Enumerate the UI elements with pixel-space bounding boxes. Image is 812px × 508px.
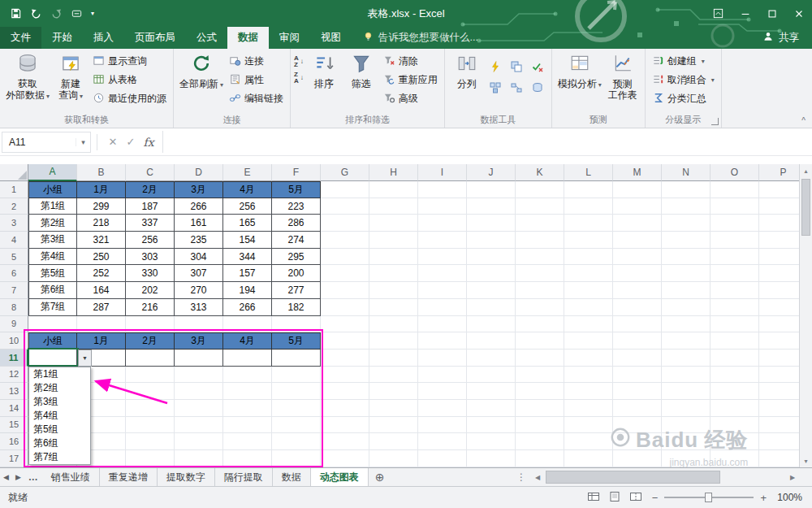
grid-cell[interactable] [759,400,799,417]
ribbon-tab[interactable]: 公式 [186,27,227,49]
grid-cell[interactable] [613,350,662,367]
grid-cell[interactable] [467,332,516,350]
grid-cell[interactable]: 第2组 [28,215,77,232]
grid-cell[interactable] [564,215,613,232]
grid-cell[interactable] [662,367,710,384]
grid-cell[interactable] [759,198,799,215]
grid-cell[interactable] [369,332,418,350]
row-header[interactable]: 7 [0,282,28,299]
grid-cell[interactable] [759,367,799,384]
grid-cell[interactable] [710,316,759,333]
grid-cell[interactable] [759,316,799,333]
grid-cell[interactable] [613,265,662,282]
grid-cell[interactable]: 256 [126,232,175,249]
ribbon-tab[interactable]: 插入 [83,27,124,49]
collapse-ribbon-button[interactable]: ^ [801,116,806,125]
grid-cell[interactable] [710,181,759,198]
row-header[interactable]: 17 [0,450,28,467]
grid-cell[interactable] [126,316,175,333]
grid-cell[interactable] [369,383,418,400]
grid-cell[interactable]: 344 [223,249,272,266]
grid-cell[interactable]: 277 [272,282,321,299]
grid-cell[interactable]: 3月 [175,181,223,198]
grid-cell[interactable] [759,181,799,198]
grid-cell[interactable]: 252 [77,265,126,282]
horizontal-scroll-thumb[interactable] [546,471,720,484]
grid-cell[interactable] [710,215,759,232]
grid-cell[interactable] [516,316,564,333]
grid-cell[interactable]: 200 [272,265,321,282]
grid-cell[interactable] [272,433,321,450]
grid-cell[interactable]: 165 [223,215,272,232]
subtotal-button[interactable]: 分类汇总 [649,90,718,107]
grid-cell[interactable]: 164 [77,282,126,299]
grid-cell[interactable] [223,417,272,434]
column-header[interactable]: P [759,164,799,181]
close-button[interactable] [785,0,812,27]
column-header[interactable]: J [467,164,516,181]
grid-cell[interactable] [418,332,467,350]
zoom-in-button[interactable]: + [760,492,767,504]
grid-cell[interactable] [759,450,799,467]
grid-cell[interactable] [759,350,799,367]
grid-cell[interactable] [710,383,759,400]
scroll-right-icon[interactable]: ▶ [786,474,799,481]
grid-cell[interactable] [369,232,418,249]
grid-cell[interactable] [467,299,516,316]
dropdown-item[interactable]: 第4组 [29,409,90,423]
flash-fill-icon[interactable] [486,56,506,76]
ungroup-button[interactable]: 取消组合▾ [649,72,718,89]
vertical-scrollbar[interactable]: ▴ ▾ [799,164,812,467]
column-header[interactable]: B [77,164,126,181]
grid-cell[interactable] [613,367,662,384]
connections-button[interactable]: 连接 [226,53,287,70]
grid-cell[interactable] [516,433,564,450]
grid-cell[interactable]: 202 [126,282,175,299]
grid-cell[interactable] [418,232,467,249]
grid-cell[interactable] [662,316,710,333]
grid-cell[interactable] [516,181,564,198]
save-icon[interactable] [10,7,22,20]
sheet-tab[interactable]: 重复递增 [100,468,158,486]
consolidate-icon[interactable] [486,77,506,98]
dialog-launcher-icon[interactable] [711,118,719,125]
grid-cell[interactable] [759,383,799,400]
forecast-sheet-button[interactable]: 预测 工作表 [604,50,641,111]
row-header[interactable]: 14 [0,400,28,417]
grid-cell[interactable] [516,332,564,350]
grid-cell[interactable] [467,400,516,417]
row-header[interactable]: 9 [0,316,28,333]
grid-cell[interactable] [613,181,662,198]
dropdown-item[interactable]: 第7组 [29,450,90,464]
row-header[interactable]: 10 [0,332,28,350]
grid-cell[interactable] [759,215,799,232]
row-header[interactable]: 2 [0,198,28,215]
grid-cell[interactable] [28,316,77,333]
dropdown-item[interactable]: 第3组 [29,395,90,409]
grid-cell[interactable]: 154 [223,232,272,249]
grid-cell[interactable] [759,232,799,249]
grid-cell[interactable] [516,450,564,467]
grid-cell[interactable] [516,299,564,316]
grid-cell[interactable] [369,198,418,215]
grid-cell[interactable] [467,350,516,367]
grid-cell[interactable] [710,249,759,266]
row-header[interactable]: 3 [0,215,28,232]
sheet-nav-right-icon[interactable]: ▶ [12,468,24,486]
grid-cell[interactable] [321,400,369,417]
column-header[interactable]: L [564,164,613,181]
ribbon-tab[interactable]: 审阅 [269,27,310,49]
filter-button[interactable]: 筛选 [343,50,380,111]
grid-cell[interactable] [759,433,799,450]
grid-cell[interactable] [321,383,369,400]
grid-cell[interactable] [662,350,710,367]
grid-cell[interactable] [321,215,369,232]
sort-button[interactable]: 排序 [305,50,343,111]
grid-cell[interactable] [613,249,662,266]
grid-cell[interactable] [321,232,369,249]
grid-cell[interactable] [710,198,759,215]
grid-cell[interactable] [467,249,516,266]
grid-cell[interactable]: 321 [77,232,126,249]
properties-button[interactable]: 属性 [226,72,287,89]
grid-cell[interactable] [467,367,516,384]
